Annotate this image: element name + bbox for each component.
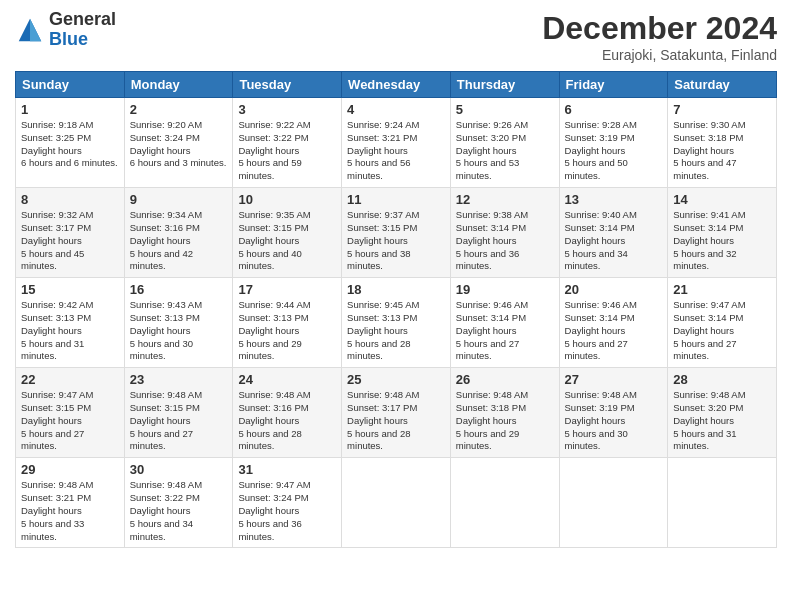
calendar-cell: 15Sunrise: 9:42 AMSunset: 3:13 PMDayligh… [16, 278, 125, 368]
day-info: Sunrise: 9:48 AMSunset: 3:22 PMDaylight … [130, 479, 202, 541]
day-info: Sunrise: 9:28 AMSunset: 3:19 PMDaylight … [565, 119, 637, 181]
day-number: 20 [565, 282, 663, 297]
day-info: Sunrise: 9:35 AMSunset: 3:15 PMDaylight … [238, 209, 310, 271]
day-number: 27 [565, 372, 663, 387]
calendar-week-4: 22Sunrise: 9:47 AMSunset: 3:15 PMDayligh… [16, 368, 777, 458]
calendar-cell: 23Sunrise: 9:48 AMSunset: 3:15 PMDayligh… [124, 368, 233, 458]
calendar-cell: 28Sunrise: 9:48 AMSunset: 3:20 PMDayligh… [668, 368, 777, 458]
calendar-cell: 20Sunrise: 9:46 AMSunset: 3:14 PMDayligh… [559, 278, 668, 368]
calendar-cell: 13Sunrise: 9:40 AMSunset: 3:14 PMDayligh… [559, 188, 668, 278]
calendar-cell: 29Sunrise: 9:48 AMSunset: 3:21 PMDayligh… [16, 458, 125, 548]
page-container: General Blue December 2024 Eurajoki, Sat… [0, 0, 792, 558]
day-info: Sunrise: 9:47 AMSunset: 3:14 PMDaylight … [673, 299, 745, 361]
calendar-cell: 11Sunrise: 9:37 AMSunset: 3:15 PMDayligh… [342, 188, 451, 278]
calendar-header-wednesday: Wednesday [342, 72, 451, 98]
calendar-cell: 6Sunrise: 9:28 AMSunset: 3:19 PMDaylight… [559, 98, 668, 188]
day-info: Sunrise: 9:48 AMSunset: 3:18 PMDaylight … [456, 389, 528, 451]
day-info: Sunrise: 9:47 AMSunset: 3:24 PMDaylight … [238, 479, 310, 541]
calendar-cell [342, 458, 451, 548]
day-number: 12 [456, 192, 554, 207]
day-number: 8 [21, 192, 119, 207]
calendar-cell: 31Sunrise: 9:47 AMSunset: 3:24 PMDayligh… [233, 458, 342, 548]
calendar-cell: 9Sunrise: 9:34 AMSunset: 3:16 PMDaylight… [124, 188, 233, 278]
day-number: 22 [21, 372, 119, 387]
day-info: Sunrise: 9:48 AMSunset: 3:17 PMDaylight … [347, 389, 419, 451]
calendar-cell: 7Sunrise: 9:30 AMSunset: 3:18 PMDaylight… [668, 98, 777, 188]
location: Eurajoki, Satakunta, Finland [542, 47, 777, 63]
day-info: Sunrise: 9:44 AMSunset: 3:13 PMDaylight … [238, 299, 310, 361]
calendar-cell [450, 458, 559, 548]
calendar-header-thursday: Thursday [450, 72, 559, 98]
day-info: Sunrise: 9:48 AMSunset: 3:19 PMDaylight … [565, 389, 637, 451]
logo-blue: Blue [49, 30, 116, 50]
calendar-cell: 24Sunrise: 9:48 AMSunset: 3:16 PMDayligh… [233, 368, 342, 458]
calendar-header-monday: Monday [124, 72, 233, 98]
day-info: Sunrise: 9:48 AMSunset: 3:21 PMDaylight … [21, 479, 93, 541]
day-number: 29 [21, 462, 119, 477]
calendar-header-row: SundayMondayTuesdayWednesdayThursdayFrid… [16, 72, 777, 98]
calendar-cell: 10Sunrise: 9:35 AMSunset: 3:15 PMDayligh… [233, 188, 342, 278]
day-info: Sunrise: 9:42 AMSunset: 3:13 PMDaylight … [21, 299, 93, 361]
day-info: Sunrise: 9:32 AMSunset: 3:17 PMDaylight … [21, 209, 93, 271]
calendar-cell: 18Sunrise: 9:45 AMSunset: 3:13 PMDayligh… [342, 278, 451, 368]
day-info: Sunrise: 9:46 AMSunset: 3:14 PMDaylight … [565, 299, 637, 361]
calendar-cell: 27Sunrise: 9:48 AMSunset: 3:19 PMDayligh… [559, 368, 668, 458]
calendar-cell: 25Sunrise: 9:48 AMSunset: 3:17 PMDayligh… [342, 368, 451, 458]
day-info: Sunrise: 9:30 AMSunset: 3:18 PMDaylight … [673, 119, 745, 181]
logo-text: General Blue [49, 10, 116, 50]
calendar-cell [559, 458, 668, 548]
calendar-header-sunday: Sunday [16, 72, 125, 98]
day-number: 4 [347, 102, 445, 117]
calendar-cell: 16Sunrise: 9:43 AMSunset: 3:13 PMDayligh… [124, 278, 233, 368]
day-number: 17 [238, 282, 336, 297]
day-info: Sunrise: 9:34 AMSunset: 3:16 PMDaylight … [130, 209, 202, 271]
day-info: Sunrise: 9:47 AMSunset: 3:15 PMDaylight … [21, 389, 93, 451]
day-number: 24 [238, 372, 336, 387]
day-number: 2 [130, 102, 228, 117]
day-info: Sunrise: 9:26 AMSunset: 3:20 PMDaylight … [456, 119, 528, 181]
day-number: 30 [130, 462, 228, 477]
logo-general: General [49, 10, 116, 30]
calendar-cell: 1Sunrise: 9:18 AMSunset: 3:25 PMDaylight… [16, 98, 125, 188]
day-number: 7 [673, 102, 771, 117]
day-number: 26 [456, 372, 554, 387]
day-number: 14 [673, 192, 771, 207]
calendar-cell: 2Sunrise: 9:20 AMSunset: 3:24 PMDaylight… [124, 98, 233, 188]
calendar-cell: 30Sunrise: 9:48 AMSunset: 3:22 PMDayligh… [124, 458, 233, 548]
month-title: December 2024 [542, 10, 777, 47]
calendar-cell: 12Sunrise: 9:38 AMSunset: 3:14 PMDayligh… [450, 188, 559, 278]
day-info: Sunrise: 9:48 AMSunset: 3:20 PMDaylight … [673, 389, 745, 451]
day-info: Sunrise: 9:20 AMSunset: 3:24 PMDaylight … [130, 119, 227, 168]
calendar-cell: 3Sunrise: 9:22 AMSunset: 3:22 PMDaylight… [233, 98, 342, 188]
calendar-week-1: 1Sunrise: 9:18 AMSunset: 3:25 PMDaylight… [16, 98, 777, 188]
day-number: 16 [130, 282, 228, 297]
logo: General Blue [15, 10, 116, 50]
day-number: 31 [238, 462, 336, 477]
day-info: Sunrise: 9:38 AMSunset: 3:14 PMDaylight … [456, 209, 528, 271]
day-info: Sunrise: 9:48 AMSunset: 3:15 PMDaylight … [130, 389, 202, 451]
day-number: 25 [347, 372, 445, 387]
calendar-header-tuesday: Tuesday [233, 72, 342, 98]
day-number: 13 [565, 192, 663, 207]
calendar-week-3: 15Sunrise: 9:42 AMSunset: 3:13 PMDayligh… [16, 278, 777, 368]
day-number: 21 [673, 282, 771, 297]
calendar-header-friday: Friday [559, 72, 668, 98]
day-number: 18 [347, 282, 445, 297]
day-number: 1 [21, 102, 119, 117]
calendar-week-5: 29Sunrise: 9:48 AMSunset: 3:21 PMDayligh… [16, 458, 777, 548]
day-number: 6 [565, 102, 663, 117]
calendar-cell [668, 458, 777, 548]
calendar-cell: 4Sunrise: 9:24 AMSunset: 3:21 PMDaylight… [342, 98, 451, 188]
day-info: Sunrise: 9:37 AMSunset: 3:15 PMDaylight … [347, 209, 419, 271]
day-number: 11 [347, 192, 445, 207]
day-info: Sunrise: 9:22 AMSunset: 3:22 PMDaylight … [238, 119, 310, 181]
day-info: Sunrise: 9:40 AMSunset: 3:14 PMDaylight … [565, 209, 637, 271]
calendar-cell: 8Sunrise: 9:32 AMSunset: 3:17 PMDaylight… [16, 188, 125, 278]
day-info: Sunrise: 9:43 AMSunset: 3:13 PMDaylight … [130, 299, 202, 361]
day-info: Sunrise: 9:48 AMSunset: 3:16 PMDaylight … [238, 389, 310, 451]
day-number: 9 [130, 192, 228, 207]
day-info: Sunrise: 9:24 AMSunset: 3:21 PMDaylight … [347, 119, 419, 181]
day-number: 5 [456, 102, 554, 117]
calendar-header-saturday: Saturday [668, 72, 777, 98]
day-info: Sunrise: 9:45 AMSunset: 3:13 PMDaylight … [347, 299, 419, 361]
